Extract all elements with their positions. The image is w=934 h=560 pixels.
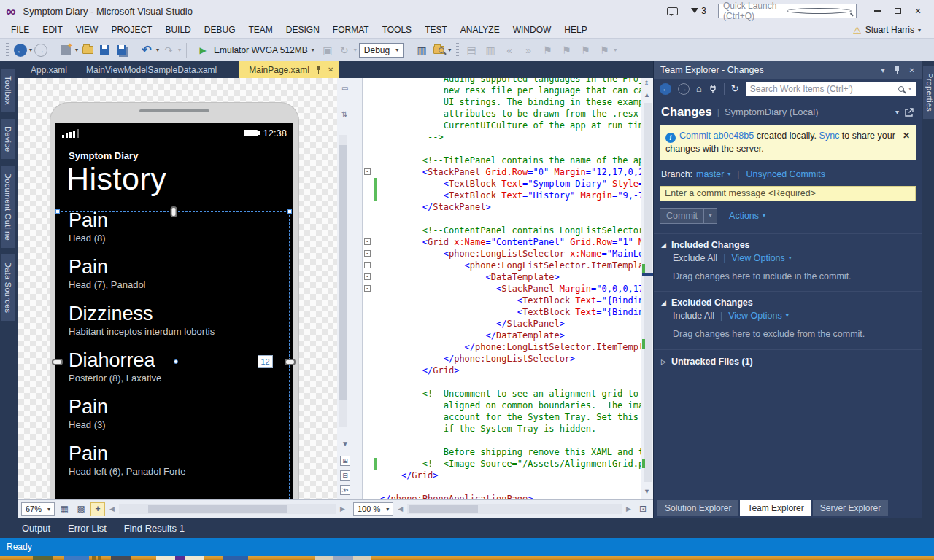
actions-menu[interactable]: Actions	[729, 211, 759, 221]
menu-item-test[interactable]: TEST	[418, 25, 454, 35]
redo-button[interactable]: ↷	[161, 42, 176, 58]
menu-item-project[interactable]: PROJECT	[104, 25, 158, 35]
quick-launch-input[interactable]: Quick Launch (Ctrl+Q)	[718, 4, 857, 18]
close-button[interactable]: ✕	[908, 3, 928, 19]
collapsed-icon[interactable]: ▷	[661, 358, 666, 365]
scroll-right-icon[interactable]: ▶	[624, 505, 633, 513]
view-options-dropdown-icon[interactable]: ▾	[786, 312, 789, 319]
forward-button[interactable]: →	[678, 83, 690, 95]
undo-button[interactable]: ↶	[139, 42, 154, 58]
taskbar-app-icon[interactable]	[64, 556, 89, 560]
popout-icon[interactable]	[904, 107, 914, 117]
bottom-tab-error-list[interactable]: Error List	[68, 523, 107, 534]
windows-taskbar[interactable]	[0, 556, 934, 560]
open-file-button[interactable]	[80, 42, 95, 58]
sidebar-tab-data-sources[interactable]: Data Sources	[1, 254, 15, 320]
margin-anchor-left-icon[interactable]	[52, 359, 63, 365]
xaml-designer-surface[interactable]: 12:38 Symptom Diary History PainHead (8)…	[18, 78, 337, 499]
menu-item-build[interactable]: BUILD	[158, 25, 197, 35]
maximize-button[interactable]	[887, 3, 908, 19]
close-icon[interactable]: ✕	[328, 66, 333, 74]
scroll-up-icon[interactable]: ▲	[644, 91, 650, 98]
editor-zoom-select[interactable]: 100 % ▾	[353, 502, 393, 516]
fold-marker-icon[interactable]: -	[364, 168, 371, 175]
editor-horizontal-scrollbar[interactable]	[407, 504, 622, 514]
toolbar-grip[interactable]	[456, 43, 459, 58]
menu-item-edit[interactable]: EDIT	[36, 25, 69, 35]
xaml-code-editor[interactable]: Adding supported languages in the Proje …	[363, 78, 641, 499]
vertical-split-icon[interactable]: ▭	[341, 84, 348, 92]
menu-item-file[interactable]: FILE	[4, 25, 36, 35]
menu-item-team[interactable]: TEAM	[242, 25, 279, 35]
commit-dropdown-button[interactable]: ▾	[704, 208, 717, 224]
tab-app-xaml[interactable]: App.xaml	[21, 61, 77, 78]
menu-item-debug[interactable]: DEBUG	[198, 25, 242, 35]
new-dropdown-icon[interactable]: ▾	[75, 47, 78, 53]
scrollbar-thumb[interactable]	[148, 505, 287, 513]
menu-item-design[interactable]: DESIGN	[279, 25, 326, 35]
commit-message-input[interactable]: Enter a commit message <Required>	[660, 186, 916, 201]
designer-scrollbar-strip[interactable]: ▭ ⇅ ▼ ⊞ ⊟ ≫	[337, 78, 363, 499]
expanded-icon[interactable]: ◢	[661, 241, 666, 249]
menu-item-help[interactable]: HELP	[557, 25, 593, 35]
sidebar-tab-document-outline[interactable]: Document Outline	[1, 166, 15, 248]
edit-tool-icon[interactable]: ▥	[483, 42, 498, 58]
bottom-tab-output[interactable]: Output	[22, 523, 50, 534]
edit-tool-icon[interactable]: «	[502, 42, 517, 58]
scroll-right-icon[interactable]: ▶	[338, 505, 347, 513]
navigate-forward-button[interactable]: →	[34, 44, 47, 57]
undo-dropdown-icon[interactable]: ▾	[156, 47, 159, 53]
view-options-dropdown-icon[interactable]: ▾	[789, 254, 792, 261]
title-bar[interactable]: ∞ Symptom Diary - Microsoft Visual Studi…	[0, 0, 934, 22]
navigate-back-button[interactable]: ←	[14, 44, 27, 57]
designer-horizontal-scrollbar[interactable]	[119, 504, 336, 514]
minimize-button[interactable]	[867, 3, 887, 19]
user-account[interactable]: ⚠ Stuart Harris ▾	[853, 25, 930, 36]
scroll-down-icon[interactable]: ▼	[341, 440, 349, 448]
connect-button[interactable]	[709, 84, 717, 93]
taskbar-app-icon[interactable]	[111, 556, 131, 560]
view-options-link[interactable]: View Options	[731, 253, 784, 263]
restart-dropdown-icon[interactable]: ▾	[354, 47, 357, 53]
scroll-left-icon[interactable]: ◀	[107, 505, 117, 513]
pin-icon[interactable]	[894, 66, 900, 74]
tab-team-explorer[interactable]: Team Explorer	[740, 500, 811, 516]
window-position-icon[interactable]: ▾	[881, 66, 885, 74]
resize-handle[interactable]	[55, 209, 60, 214]
expanded-icon[interactable]: ◢	[661, 299, 666, 306]
save-all-button[interactable]	[114, 42, 128, 58]
artboard-background-button[interactable]: ▩	[74, 502, 88, 516]
selection-adorner[interactable]: 12	[58, 211, 290, 499]
designer-vertical-scrollbar[interactable]	[339, 135, 347, 427]
edit-tool-icon[interactable]: ⚑	[597, 42, 611, 58]
edit-tool-icon[interactable]: ⚑	[578, 42, 593, 58]
section-title[interactable]: Excluded Changes	[671, 298, 753, 308]
sidebar-tab-toolbox[interactable]: Toolbox	[1, 69, 15, 112]
sidebar-tab-properties[interactable]: Properties	[923, 66, 934, 119]
home-button[interactable]: ⌂	[696, 83, 702, 94]
editor-split-grip-icon[interactable]: ⇕	[644, 79, 649, 87]
editor-vertical-scrollbar[interactable]: ⇕ ▲ ▼	[641, 78, 653, 499]
snap-to-gridlines-button[interactable]: +	[90, 502, 105, 516]
fold-marker-icon[interactable]: -	[364, 273, 371, 280]
taskbar-app-icon[interactable]	[33, 556, 53, 560]
taskbar-app-icon[interactable]	[315, 556, 371, 560]
tab-solution-explorer[interactable]: Solution Explorer	[657, 500, 738, 516]
new-project-button[interactable]	[58, 42, 73, 58]
solution-config-select[interactable]: Debug ▾	[359, 43, 404, 58]
pages-dropdown-icon[interactable]: ▾	[895, 108, 899, 116]
menu-item-view[interactable]: VIEW	[69, 25, 105, 35]
fold-marker-icon[interactable]: -	[364, 238, 371, 245]
branch-select[interactable]: master	[696, 169, 724, 179]
swap-panes-icon[interactable]: ⇅	[341, 110, 347, 118]
view-options-link[interactable]: View Options	[728, 311, 781, 321]
phone-screen[interactable]: 12:38 Symptom Diary History PainHead (8)…	[55, 122, 293, 499]
sync-link[interactable]: Sync	[819, 131, 840, 141]
sidebar-tab-device[interactable]: Device	[1, 119, 15, 159]
work-items-search-input[interactable]: Search Work Items (Ctrl+') ▾	[746, 82, 916, 96]
horizontal-split-icon[interactable]: ⊟	[340, 470, 350, 481]
device-preview-button[interactable]: ▥	[414, 42, 429, 58]
branch-dropdown-icon[interactable]: ▾	[727, 171, 730, 177]
find-in-files-button[interactable]	[431, 42, 446, 58]
menu-item-window[interactable]: WINDOW	[506, 25, 558, 35]
